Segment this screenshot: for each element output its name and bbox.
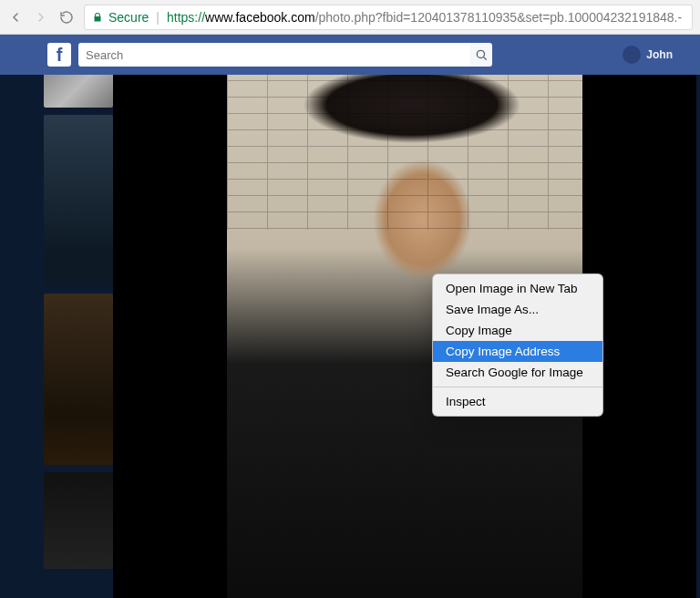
url-host: www.facebook.com — [205, 10, 315, 25]
address-divider: | — [156, 10, 160, 25]
menu-inspect[interactable]: Inspect — [433, 391, 602, 412]
menu-search-google-image[interactable]: Search Google for Image — [433, 362, 602, 383]
browser-toolbar: Secure | https://www.facebook.com/photo.… — [0, 0, 700, 35]
address-bar[interactable]: Secure | https://www.facebook.com/photo.… — [84, 5, 693, 30]
user-name: John — [646, 48, 673, 61]
facebook-logo-icon[interactable]: f — [47, 43, 71, 67]
search-wrap — [78, 43, 470, 67]
thumbnail[interactable] — [44, 294, 113, 465]
forward-button[interactable] — [33, 9, 49, 26]
avatar-icon — [623, 46, 641, 64]
url-protocol: https:// — [167, 10, 205, 25]
reload-button[interactable] — [58, 9, 75, 26]
back-button[interactable] — [7, 9, 24, 26]
thumbnail[interactable] — [44, 472, 113, 569]
menu-copy-image[interactable]: Copy Image — [433, 320, 602, 341]
menu-save-image-as[interactable]: Save Image As... — [433, 299, 602, 320]
url-path: /photo.php?fbid=120401378110935&set=pb.1… — [315, 10, 683, 25]
menu-open-image-new-tab[interactable]: Open Image in New Tab — [433, 278, 602, 299]
menu-copy-image-address[interactable]: Copy Image Address — [433, 341, 602, 362]
thumbnail-strip — [44, 75, 113, 569]
thumbnail[interactable] — [44, 115, 113, 286]
secure-label: Secure — [108, 10, 149, 25]
svg-line-1 — [484, 57, 487, 60]
profile-link[interactable]: John — [623, 46, 673, 64]
menu-separator — [433, 387, 602, 387]
facebook-header: f John — [0, 35, 700, 75]
photo-bg-pattern — [227, 75, 582, 230]
page-body: Open Image in New Tab Save Image As... C… — [0, 75, 700, 598]
search-input[interactable] — [78, 43, 470, 67]
thumbnail[interactable] — [44, 75, 113, 108]
context-menu: Open Image in New Tab Save Image As... C… — [432, 273, 603, 417]
search-button[interactable] — [470, 43, 492, 67]
lock-icon — [92, 11, 103, 24]
photo-lightbox — [113, 75, 696, 598]
